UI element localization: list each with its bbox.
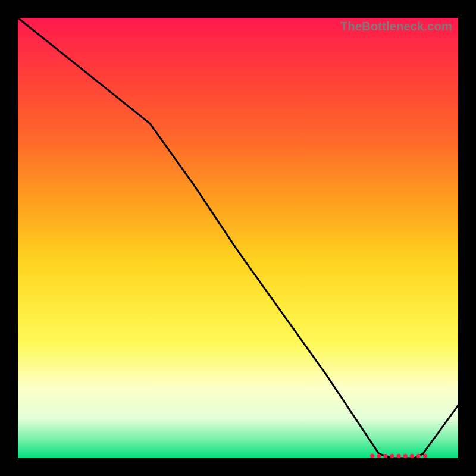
marker-point <box>383 454 387 458</box>
chart-markers <box>370 454 427 458</box>
chart-line <box>18 18 458 458</box>
marker-point <box>410 454 414 458</box>
chart-svg <box>18 18 458 458</box>
marker-point <box>403 454 408 458</box>
marker-point <box>423 454 427 458</box>
marker-point <box>370 454 374 458</box>
marker-point <box>377 454 381 458</box>
chart-container: TheBottleneck.com <box>0 0 476 476</box>
marker-point <box>390 454 394 458</box>
marker-point <box>416 454 421 458</box>
plot-area: TheBottleneck.com <box>18 18 458 458</box>
marker-point <box>397 454 401 458</box>
